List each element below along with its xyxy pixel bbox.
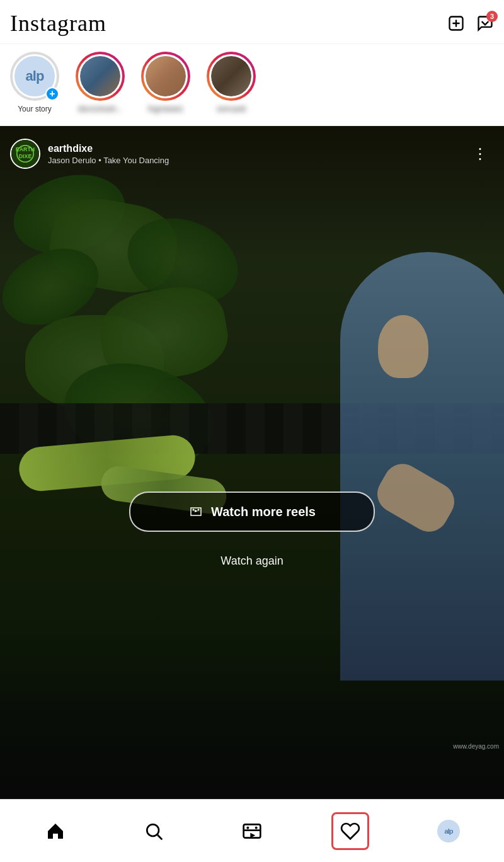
svg-line-10 [158,835,162,839]
story-2-avatar-wrapper [141,52,190,101]
story-3-label: smrcardi [217,105,246,113]
svg-point-8 [198,509,200,511]
svg-point-12 [246,826,249,829]
reel-info: earthdixe Jason Derulo • Take You Dancin… [48,143,467,165]
story-2-label: fngrnewe1 [148,105,183,113]
watermark: www.deyag.com [453,743,499,750]
home-icon [45,821,66,841]
plus-square-icon [447,14,465,32]
story-item-2[interactable]: fngrnewe1 [137,52,194,113]
story-1-avatar-wrapper [76,52,125,101]
reels-icon [188,504,203,519]
header: Instagram 3 [0,0,504,44]
messenger-button[interactable]: 3 [476,14,494,32]
messenger-badge: 3 [486,11,498,22]
reels-nav-icon [242,821,262,841]
story-3-avatar [209,54,253,98]
story-2-avatar [144,54,188,98]
reel-more-button[interactable]: ⋮ [467,142,494,165]
your-story-avatar-wrapper: alp + [10,52,59,101]
heart-icon [340,821,360,841]
watch-again-label: Watch again [220,555,283,567]
header-icons: 3 [447,14,494,32]
story-item-your-story[interactable]: alp + Your story [6,52,63,113]
reel-avatar[interactable]: EARTH DIXE [10,139,40,169]
person-body [340,252,504,681]
earthdixe-avatar-icon: EARTH DIXE [11,140,39,168]
your-story-label: Your story [18,105,52,113]
svg-point-9 [147,824,159,836]
story-2-ring [141,52,190,101]
story-3-avatar-wrapper [207,52,256,101]
reel-song: Jason Derulo • Take You Dancing [48,156,467,165]
story-1-ring [76,52,125,101]
profile-avatar: alp [437,820,460,842]
story-item-1[interactable]: divcnchosh... [72,52,129,113]
person-arm [378,315,428,378]
story-1-label: divcnchosh... [78,105,122,113]
nav-reels[interactable] [233,812,271,850]
stories-bar: alp + Your story divcnchosh... fngrnewe1 [0,44,504,126]
svg-point-7 [193,509,195,511]
nav-profile[interactable]: alp [430,812,467,850]
svg-point-13 [255,826,258,829]
reel-header: EARTH DIXE earthdixe Jason Derulo • Take… [0,126,504,181]
reel-avatar-inner: EARTH DIXE [11,140,39,168]
watch-more-reels-button[interactable]: Watch more reels [129,491,375,532]
instagram-logo: Instagram [10,10,106,37]
bottom-nav: alp [0,799,504,862]
add-post-button[interactable] [447,14,465,32]
nav-search[interactable] [135,812,173,850]
nav-home[interactable] [37,812,74,850]
watch-again-button[interactable]: Watch again [220,555,283,568]
story-3-ring [207,52,256,101]
story-item-3[interactable]: smrcardi [203,52,260,113]
search-icon [144,821,164,841]
reel-area[interactable]: EARTH DIXE earthdixe Jason Derulo • Take… [0,126,504,818]
watch-more-reels-label: Watch more reels [211,505,316,519]
reel-username: earthdixe [48,143,467,154]
nav-likes[interactable] [331,812,369,850]
add-story-button[interactable]: + [45,87,59,101]
svg-text:DIXE: DIXE [19,153,32,159]
story-1-avatar [78,54,122,98]
